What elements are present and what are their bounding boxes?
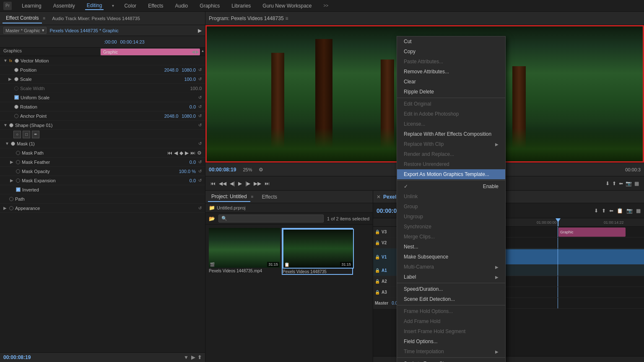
reset-position[interactable]: ↺ [198, 67, 202, 72]
cm-ripple-delete[interactable]: Ripple Delete [397, 87, 505, 97]
lock-a1[interactable]: 🔒 [375, 268, 380, 273]
timeline-insert-btn[interactable]: ⬇ [594, 208, 598, 214]
checkbox-inverted[interactable] [16, 187, 21, 192]
expand-arrow-mask-expansion[interactable]: ▶ [10, 178, 14, 183]
ec-row-anchor[interactable]: Anchor Point 2048.0 1080.0 ↺ [0, 111, 205, 121]
timeline-camera-btn[interactable]: 📷 [626, 208, 633, 214]
toggle-vector-motion[interactable] [15, 59, 19, 63]
ec-row-mask-path[interactable]: Mask Path ⏮ ◀ ◆ ▶ ⏭ ⚙ [0, 148, 205, 158]
cm-remove-attributes[interactable]: Remove Attributes... [397, 67, 505, 77]
ec-row-position[interactable]: Position 2048.0 1080.0 ↺ [0, 65, 205, 75]
ec-row-mask[interactable]: ▼ Mask (1) ↺ [0, 139, 205, 148]
list-item[interactable]: 🎬 31:15 Pexels Videos 1448735.mp4 [209, 228, 280, 275]
prog-btn-step-back[interactable]: ◀| [230, 181, 235, 186]
value-mask-opacity[interactable]: 100.0 % [179, 169, 196, 174]
prog-extract-btn[interactable]: 📷 [626, 181, 632, 186]
value-anchor-y[interactable]: 1080.0 [182, 114, 196, 119]
reset-mask[interactable]: ↺ [198, 141, 202, 146]
lock-a2[interactable]: 🔒 [375, 279, 380, 284]
nav-guru[interactable]: Guru New Workspace [261, 2, 313, 10]
ellipse-tool-btn[interactable]: ○ [13, 131, 21, 138]
nav-color[interactable]: Color [122, 2, 138, 10]
lock-v1[interactable]: 🔒 [375, 255, 380, 259]
timeline-marker-btn[interactable]: ▦ [636, 208, 641, 214]
prog-lift-btn[interactable]: ⬅ [619, 181, 623, 186]
cm-export-mogrts[interactable]: Export As Motion Graphics Template... [397, 169, 505, 179]
lock-v2[interactable]: 🔒 [375, 240, 380, 245]
cm-label[interactable]: Label▶ [397, 272, 505, 282]
ec-scroll-down[interactable]: ▶ [196, 49, 199, 54]
ec-collapse-btn[interactable]: ▲ [200, 48, 205, 56]
value-mask-feather[interactable]: 0.0 [190, 160, 196, 165]
tab-project[interactable]: Project: Untitled [208, 192, 250, 202]
prog-btn-play-fwd[interactable]: ▶▶ [254, 181, 261, 186]
ec-scroll-up[interactable]: ◀ [192, 49, 195, 54]
toggle-shape[interactable] [9, 123, 13, 127]
timeline-lift-btn[interactable]: ⬅ [609, 208, 613, 214]
project-search-input[interactable] [229, 216, 262, 221]
nav-graphics[interactable]: Graphics [198, 2, 221, 10]
mask-next-frame[interactable]: ▶ [185, 150, 189, 156]
reset-anchor[interactable]: ↺ [198, 114, 202, 118]
prog-ctrl-wrench[interactable]: ⚙ [259, 167, 263, 173]
prog-current-time[interactable]: 00:00:08:19 [209, 167, 236, 173]
ec-row-path[interactable]: Path [0, 194, 205, 204]
timeline-overwrite-btn[interactable]: ⬆ [602, 208, 606, 214]
cm-make-subsequence[interactable]: Make Subsequence [397, 252, 505, 262]
expand-arrow-scale[interactable]: ▶ [8, 77, 13, 81]
toggle-scale[interactable] [14, 77, 18, 81]
nav-audio[interactable]: Audio [174, 2, 190, 10]
prog-btn-play-back[interactable]: ◀◀ [219, 181, 226, 186]
reset-uniform[interactable]: ↺ [198, 95, 202, 100]
prog-btn-fwd-frame[interactable]: ⏭ [265, 181, 270, 186]
reset-mask-expansion[interactable]: ↺ [198, 178, 202, 183]
expand-arrow-vector[interactable]: ▼ [3, 58, 8, 63]
mask-add-kf[interactable]: ◆ [179, 150, 183, 156]
value-mask-expansion[interactable]: 0.0 [190, 178, 196, 183]
nav-overflow-icon[interactable]: >> [324, 3, 329, 8]
new-bin-btn[interactable]: 📂 [209, 216, 215, 222]
cm-enable[interactable]: ✓Enable [397, 181, 505, 191]
ec-play-icon[interactable]: ▶ [191, 354, 195, 360]
lock-v3[interactable]: 🔒 [375, 230, 380, 234]
ec-row-mask-feather[interactable]: ▶ Mask Feather 0.0 ↺ [0, 158, 205, 167]
ec-row-appearance[interactable]: ▶ Appearance ↺ [0, 204, 205, 213]
cm-scale-to-frame[interactable]: Scale to Frame Size [397, 359, 505, 362]
ec-row-mask-expansion[interactable]: ▶ Mask Expansion 0.0 ↺ [0, 176, 205, 185]
project-menu-icon[interactable]: ≡ [251, 194, 254, 199]
pen-tool-btn[interactable]: ✒ [32, 131, 39, 138]
mask-options[interactable]: ⚙ [197, 150, 202, 156]
tab-effect-controls[interactable]: Effect Controls [3, 13, 42, 23]
prog-btn-play[interactable]: ▶ [238, 181, 242, 186]
reset-mask-feather[interactable]: ↺ [198, 160, 202, 164]
program-menu-icon[interactable]: ≡ [286, 16, 288, 21]
cm-scene-edit[interactable]: Scene Edit Detection... [397, 294, 505, 304]
prog-btn-back-frame[interactable]: ⏮ [210, 181, 216, 186]
cm-clear[interactable]: Clear [397, 77, 505, 87]
cm-replace-ae[interactable]: Replace With After Effects Composition [397, 129, 505, 139]
ec-nav-arrow[interactable]: ▶ [198, 28, 202, 34]
ec-graphic-clip[interactable]: Graphic [101, 49, 200, 55]
timeline-close-btn[interactable]: ✕ [377, 194, 381, 200]
cm-copy[interactable]: Copy [397, 47, 505, 57]
nav-libraries[interactable]: Libraries [230, 2, 252, 10]
ec-row-mask-opacity[interactable]: Mask Opacity 100.0 % ↺ [0, 167, 205, 176]
ec-row-scale[interactable]: ▶ Scale 100.0 ↺ [0, 75, 205, 84]
list-item[interactable]: 📋 31:15 Pexels Videos 1448735 [282, 228, 353, 275]
toggle-mask[interactable] [11, 142, 15, 146]
rect-tool-btn[interactable]: □ [23, 131, 30, 138]
ec-row-rotation[interactable]: Rotation 0.0 ↺ [0, 102, 205, 111]
nav-learning[interactable]: Learning [20, 2, 43, 10]
cm-cut[interactable]: Cut [397, 36, 505, 47]
value-rotation[interactable]: 0.0 [190, 104, 196, 109]
ec-row-uniform-scale[interactable]: Uniform Scale ↺ [0, 93, 205, 102]
lock-a3[interactable]: 🔒 [375, 290, 380, 295]
reset-scale[interactable]: ↺ [198, 77, 202, 81]
value-scale[interactable]: 100.0 [184, 77, 196, 82]
toggle-rotation[interactable] [14, 105, 18, 109]
nav-editing[interactable]: Editing [85, 2, 104, 10]
nav-assembly[interactable]: Assembly [52, 2, 77, 10]
value-position-y[interactable]: 1080.0 [182, 67, 196, 72]
effect-controls-menu-icon[interactable]: ≡ [43, 16, 45, 21]
checkbox-uniform-scale[interactable] [14, 95, 19, 100]
